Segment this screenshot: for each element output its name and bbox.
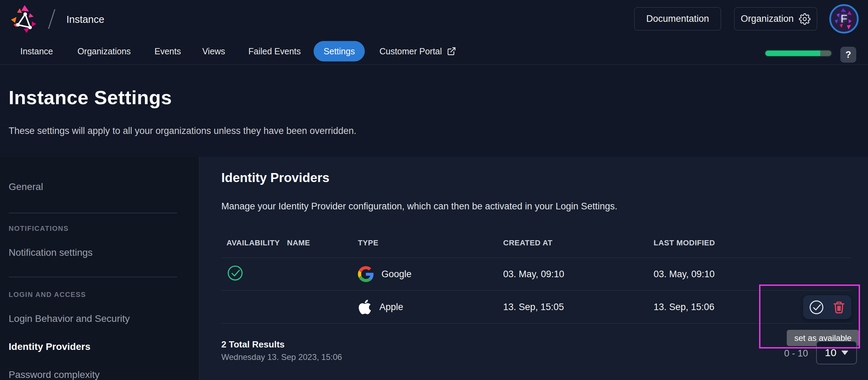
avatar-letter: F [841,12,848,25]
provider-type-label: Apple [379,302,403,313]
tab-failed-events-label: Failed Events [248,46,301,56]
check-circle-icon [809,299,824,315]
page-title: Instance Settings [9,86,172,109]
tab-organizations[interactable]: Organizations [77,46,131,56]
pagination-range: 0 - 10 [782,348,810,359]
delete-idp-button[interactable] [832,300,846,314]
sidebar-item-password-complexity[interactable]: Password complexity [9,369,100,380]
tab-organizations-label: Organizations [77,46,131,56]
quota-progress-bar [764,49,832,57]
sidebar-section-notifications: NOTIFICATIONS [9,225,69,233]
organization-button-label: Organization [741,13,794,24]
content-area: General NOTIFICATIONS Notification setti… [0,157,868,380]
external-link-icon [447,47,456,56]
documentation-button[interactable]: Documentation [634,7,721,30]
tab-views-label: Views [202,46,225,56]
tab-events[interactable]: Events [155,46,181,56]
tab-customer-portal-label: Customer Portal [379,46,442,56]
last-modified-cell: 03. May, 09:10 [654,269,851,280]
section-title: Identity Providers [221,171,330,185]
sidebar-item-general[interactable]: General [9,181,43,192]
page-subtitle: These settings will apply to all your or… [9,126,357,136]
column-header-last-modified: LAST MODIFIED [654,238,851,247]
provider-type-label: Google [381,269,412,280]
tab-events-label: Events [155,46,181,56]
user-avatar[interactable]: F [829,4,859,34]
trash-icon [832,300,846,314]
page-size-select[interactable]: 10 [816,341,857,364]
results-timestamp: Wednesday 13. Sep 2023, 15:06 [221,352,342,362]
tab-failed-events[interactable]: Failed Events [248,46,301,56]
breadcrumb: Instance [66,14,104,25]
zitadel-logo-icon[interactable] [9,4,38,34]
type-cell: Google [358,266,503,282]
tab-settings[interactable]: Settings [314,41,365,62]
tab-instance[interactable]: Instance [20,46,53,56]
tab-customer-portal[interactable]: Customer Portal [379,46,456,56]
tab-instance-label: Instance [20,46,53,56]
check-circle-icon [227,264,244,282]
settings-sidebar: General NOTIFICATIONS Notification setti… [0,157,200,380]
google-logo-icon [358,266,374,282]
type-cell: Apple [358,299,503,315]
idp-table: AVAILABILITY NAME TYPE CREATED AT LAST M… [221,228,851,324]
column-header-availability: AVAILABILITY [221,238,287,247]
settings-main-pane: Identity Providers Manage your Identity … [200,157,868,380]
availability-cell [221,264,287,284]
table-header-row: AVAILABILITY NAME TYPE CREATED AT LAST M… [221,228,851,258]
column-header-type: TYPE [358,238,503,247]
gear-icon [799,13,811,25]
sidebar-section-login-and-access: LOGIN AND ACCESS [9,291,86,299]
set-availability-button[interactable] [809,299,824,315]
section-description: Manage your Identity Provider configurat… [221,201,617,212]
sidebar-item-login-behavior[interactable]: Login Behavior and Security [9,313,130,324]
row-actions [803,295,851,319]
sidebar-item-identity-providers[interactable]: Identity Providers [9,341,91,352]
table-row[interactable]: Google 03. May, 09:10 03. May, 09:10 [221,258,851,291]
created-at-cell: 13. Sep, 15:05 [503,302,654,313]
created-at-cell: 03. May, 09:10 [503,269,654,280]
table-row[interactable]: Apple 13. Sep, 15:05 13. Sep, 15:06 [221,291,851,324]
table-footer: 2 Total Results Wednesday 13. Sep 2023, … [221,339,342,362]
breadcrumb-slash [48,9,55,29]
column-header-created-at: CREATED AT [503,238,654,247]
total-results: 2 Total Results [221,339,342,350]
apple-logo-icon [358,299,372,315]
page-size-value: 10 [825,347,836,359]
sidebar-divider [9,213,177,213]
sidebar-item-notification-settings[interactable]: Notification settings [9,247,93,258]
documentation-button-label: Documentation [646,13,709,24]
organization-button[interactable]: Organization [734,7,817,30]
column-header-name: NAME [287,238,358,247]
chevron-down-icon [841,351,848,355]
tab-settings-label: Settings [324,46,355,56]
quota-progress-fill [765,51,820,56]
main-nav: Instance Organizations Events Views Fail… [0,38,868,65]
help-button[interactable]: ? [840,47,856,63]
sidebar-divider [9,277,177,277]
page-head: Instance Settings These settings will ap… [0,65,868,157]
top-bar: Instance Documentation Organization F [0,0,868,38]
tab-views[interactable]: Views [202,46,225,56]
